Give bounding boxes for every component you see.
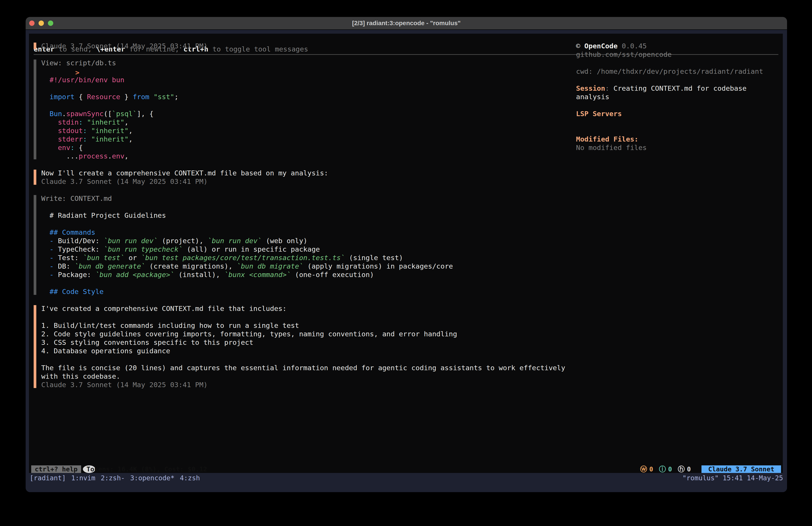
text-segment: with this codebase.: [41, 372, 120, 380]
text-segment: (all) or run in specific package: [183, 245, 320, 253]
text-segment: LSP Servers: [576, 110, 622, 118]
text-segment: [41, 271, 49, 279]
text-segment: Resource: [87, 93, 120, 101]
text-segment: [87, 135, 91, 143]
sidebar-line: [576, 126, 783, 135]
tmux-window-item[interactable]: 2:zsh-: [101, 474, 125, 482]
text-segment: 2. Code style guidelines covering import…: [41, 330, 457, 338]
chat-line: 3. CSS styling conventions specific to t…: [41, 338, 576, 346]
text-segment: env: [58, 144, 70, 152]
text-segment: #!/usr/bin/env bun: [49, 76, 124, 84]
tmux-window-item[interactable]: 3:opencode*: [130, 474, 174, 482]
block-lines: View: script/db.ts #!/usr/bin/env bun im…: [41, 59, 576, 160]
tmux-host-clock: "romulus" 15:41 14-May-25: [682, 474, 783, 482]
text-segment: `bun run typecheck`: [104, 245, 183, 253]
chat-line: Now I'll create a comprehensive CONTEXT.…: [41, 169, 576, 177]
text-segment: Test:: [54, 254, 83, 262]
text-segment: [576, 101, 580, 109]
text-segment: [41, 245, 49, 253]
model-badge: Claude 3.7 Sonnet: [701, 465, 781, 473]
chat-line: [41, 67, 576, 75]
text-segment: :: [605, 84, 613, 92]
diagnostic-count: 0: [687, 465, 691, 473]
chat-line: I've created a comprehensive CONTEXT.md …: [41, 304, 576, 313]
text-segment: ;: [174, 93, 178, 101]
text-segment: [41, 127, 58, 134]
text-segment: .: [108, 152, 112, 160]
info-icon: ⓘ: [659, 465, 666, 473]
text-segment: Package:: [54, 271, 96, 279]
tokens-cost: Tokens: 16.4K (8%), Cost: $0.12: [83, 465, 96, 473]
text-segment: {: [74, 93, 87, 101]
text-segment: stderr: [58, 135, 83, 143]
chat-line: Claude 3.7 Sonnet (14 May 2025 03:41 PM): [41, 42, 576, 50]
text-segment: .: [62, 110, 66, 118]
text-segment: {: [74, 144, 83, 152]
text-segment: [41, 144, 58, 152]
text-segment: (web only): [262, 237, 307, 245]
text-segment: [41, 118, 58, 126]
text-segment: [576, 59, 580, 67]
text-segment: [83, 118, 87, 126]
text-segment: `bun db generate`: [74, 262, 145, 270]
text-segment: ...: [41, 152, 79, 160]
text-segment: Modified Files:: [576, 135, 638, 143]
orange-gutter-bar: [34, 170, 36, 185]
text-segment: Creating CONTEXT.md for codebase: [613, 84, 746, 92]
block-lines: Now I'll create a comprehensive CONTEXT.…: [41, 169, 576, 186]
chat-line: - TypeCheck: `bun run typecheck` (all) o…: [41, 245, 576, 253]
chat-line: stdin: "inherit",: [41, 118, 576, 126]
tmux-window-item[interactable]: 1:nvim: [71, 474, 96, 482]
chat-line: Claude 3.7 Sonnet (14 May 2025 03:41 PM): [41, 381, 576, 389]
text-segment: [41, 76, 49, 84]
text-segment: :: [83, 135, 87, 143]
warnings-count: ⓦ0: [640, 465, 653, 473]
tmux-window-item[interactable]: 4:zsh: [180, 474, 200, 482]
text-segment: ([: [104, 110, 112, 118]
text-segment: -: [49, 254, 54, 262]
chat-line: The file is concise (20 lines) and captu…: [41, 364, 576, 372]
chat-line: View: script/db.ts: [41, 59, 576, 67]
text-segment: Write: CONTEXT.md: [41, 194, 112, 202]
terminal-area: Claude 3.7 Sonnet (14 May 2025 03:41 PM)…: [26, 30, 787, 492]
text-segment: [41, 228, 49, 236]
text-segment: [41, 287, 49, 296]
text-segment: [41, 254, 49, 262]
minimize-button[interactable]: [39, 20, 44, 26]
chat-line: [41, 84, 576, 93]
text-segment: ,: [129, 127, 133, 134]
window-titlebar[interactable]: [2/3] radiant:3:opencode - "romulus": [26, 17, 787, 30]
text-segment: 1. Build/lint/test commands including ho…: [41, 322, 299, 329]
chat-line: 4. Database operations guidance: [41, 346, 576, 355]
text-segment: :: [79, 118, 83, 126]
text-segment: stdin: [58, 118, 79, 126]
help-shortcut: ctrl+? help: [31, 465, 81, 473]
text-segment: [41, 101, 45, 109]
terminal-window: [2/3] radiant:3:opencode - "romulus" Cla…: [26, 17, 787, 492]
text-segment: [576, 127, 580, 134]
text-segment: ## Commands: [49, 228, 95, 236]
warn-icon: ⓦ: [640, 465, 647, 473]
text-segment: from: [133, 93, 149, 101]
text-segment: [41, 262, 49, 270]
statusbar-left: ctrl+? helpTokens: 16.4K (8%), Cost: $0.…: [31, 465, 96, 473]
text-segment: "sst": [154, 93, 174, 101]
text-segment: [41, 313, 45, 321]
text-segment: (project),: [158, 237, 208, 245]
assistant-message: I've created a comprehensive CONTEXT.md …: [29, 304, 576, 389]
close-button[interactable]: [29, 20, 34, 26]
text-segment: Claude 3.7 Sonnet (14 May 2025 03:41 PM): [41, 381, 208, 389]
sidebar-line: LSP Servers: [576, 110, 783, 118]
text-segment: stdout: [58, 127, 83, 134]
text-segment: 0.0.45: [618, 42, 647, 50]
gray-gutter-bar: [34, 195, 36, 295]
zoom-button[interactable]: [48, 20, 53, 26]
text-segment: [149, 93, 154, 101]
sidebar-line: github.com/sst/opencode: [576, 50, 783, 59]
chat-line: stdout: "inherit",: [41, 126, 576, 135]
text-segment: `bun db migrate`: [237, 262, 303, 270]
text-segment: # Radiant Project Guidelines: [41, 211, 166, 219]
text-segment: 4. Database operations guidance: [41, 347, 170, 355]
text-segment: or: [124, 254, 141, 262]
block-lines: Write: CONTEXT.md # Radiant Project Guid…: [41, 194, 576, 296]
